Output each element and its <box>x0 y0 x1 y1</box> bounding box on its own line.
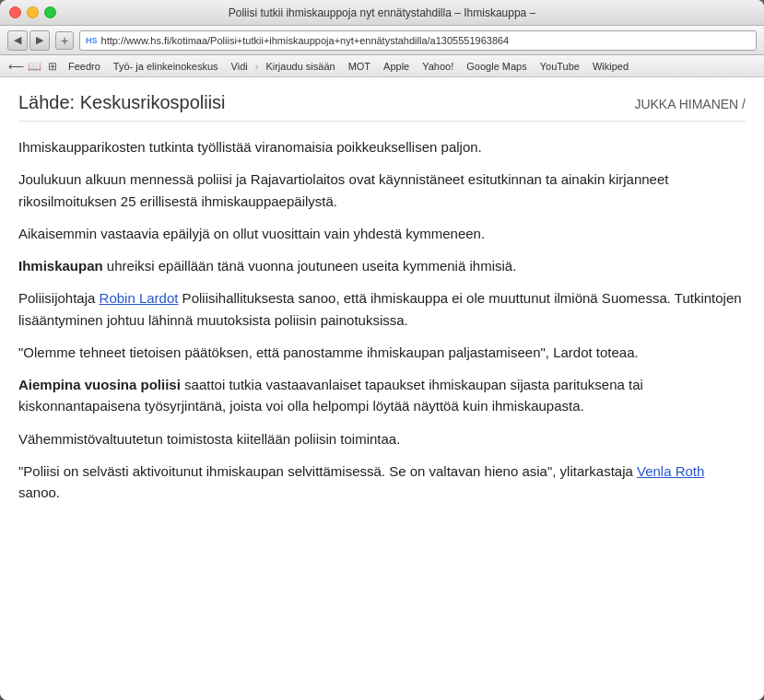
bookmark-kirjaudu[interactable]: Kirjaudu sisään <box>260 60 340 73</box>
paragraph-1: Ihmiskaupparikosten tutkinta työllistää … <box>18 136 746 158</box>
back-button[interactable]: ◀ <box>7 30 28 51</box>
bookmark-tyo[interactable]: Työ- ja elinkeinokeskus <box>108 60 224 73</box>
author-label: JUKKA HIMANEN / <box>634 97 746 111</box>
grid-icon[interactable]: ⊞ <box>44 58 61 75</box>
paragraph-7: Aiempina vuosina poliisi saattoi tutkia … <box>18 374 746 417</box>
bold-ihmiskaupan: Ihmiskaupan <box>18 258 103 274</box>
browser-window: Poliisi tutkii ihmiskauppoja nyt ennätys… <box>0 0 764 700</box>
paragraph-2: Joulukuun alkuun mennessä poliisi ja Raj… <box>18 169 746 212</box>
bookmark-wikipedia[interactable]: Wikiped <box>587 60 634 73</box>
paragraph-4: Ihmiskaupan uhreiksi epäillään tänä vuon… <box>18 255 746 276</box>
maximize-button[interactable] <box>44 6 56 18</box>
close-button[interactable] <box>9 6 21 18</box>
bold-aiempina: Aiempina vuosina poliisi <box>18 377 181 392</box>
paragraph-9: "Poliisi on selvästi aktivoitunut ihmisk… <box>18 461 746 504</box>
paragraph-8: Vähemmistövaltuutetun toimistosta kiitel… <box>18 428 746 449</box>
bookmarks-bar: ⟵ 📖 ⊞ Feedro Työ- ja elinkeinokeskus Vid… <box>0 55 764 77</box>
link-venla-roth[interactable]: Venla Roth <box>637 463 704 479</box>
content-area: Lähde: Keskusrikospoliisi JUKKA HIMANEN … <box>0 77 764 700</box>
nav-buttons: ◀ ▶ <box>7 30 50 51</box>
back-icon[interactable]: ⟵ <box>7 58 24 75</box>
bookmark-yahoo[interactable]: Yahoo! <box>417 60 459 73</box>
address-text: http://www.hs.fi/kotimaa/Poliisi+tutkii+… <box>101 35 510 46</box>
bookmark-youtube[interactable]: YouTube <box>535 60 585 73</box>
bookmark-google-maps[interactable]: Google Maps <box>461 60 532 73</box>
source-line: Lähde: Keskusrikospoliisi JUKKA HIMANEN … <box>18 92 746 122</box>
paragraph-6: "Olemme tehneet tietoisen päätöksen, ett… <box>18 342 746 363</box>
bookmark-mot[interactable]: MOT <box>343 60 376 73</box>
separator-chevron: › <box>255 61 259 72</box>
bookmark-apple[interactable]: Apple <box>378 60 415 73</box>
bookmarks-icon[interactable]: 📖 <box>26 58 42 75</box>
article-body: Ihmiskaupparikosten tutkinta työllistää … <box>18 136 746 503</box>
new-tab-button[interactable]: + <box>55 31 74 50</box>
bookmark-vidi[interactable]: Vidi <box>226 60 253 73</box>
traffic-lights <box>9 6 56 18</box>
paragraph-5: Poliisijohtaja Robin Lardot Poliisihalli… <box>18 287 746 331</box>
toolbar: ◀ ▶ + HS http://www.hs.fi/kotimaa/Poliis… <box>0 26 764 55</box>
link-robin-lardot[interactable]: Robin Lardot <box>100 290 179 306</box>
favicon: HS <box>86 36 98 45</box>
forward-button[interactable]: ▶ <box>29 30 50 51</box>
source-label: Lähde: Keskusrikospoliisi <box>18 92 226 113</box>
address-bar[interactable]: HS http://www.hs.fi/kotimaa/Poliisi+tutk… <box>79 30 757 51</box>
window-title: Poliisi tutkii ihmiskauppoja nyt ennätys… <box>229 6 536 19</box>
minimize-button[interactable] <box>27 6 39 18</box>
bookmark-feedro[interactable]: Feedro <box>63 60 106 73</box>
title-bar: Poliisi tutkii ihmiskauppoja nyt ennätys… <box>0 0 764 26</box>
paragraph-3: Aikaisemmin vastaavia epäilyjä on ollut … <box>18 223 746 244</box>
